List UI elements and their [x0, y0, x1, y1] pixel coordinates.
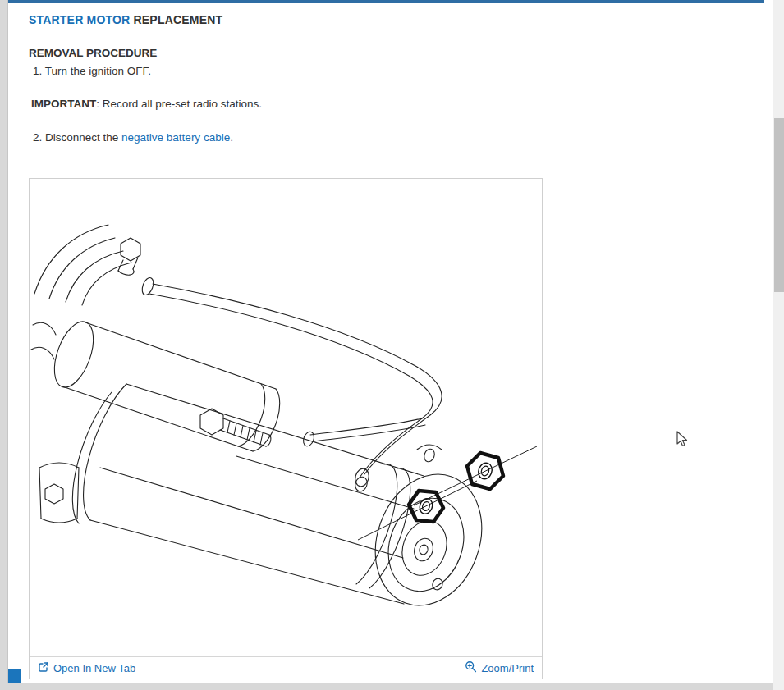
page-title-highlight: STARTER MOTOR: [29, 13, 130, 26]
important-text: : Record all pre-set radio stations.: [96, 98, 262, 110]
open-in-new-tab-label: Open In New Tab: [53, 662, 135, 674]
left-margin-strip: [0, 0, 8, 690]
open-in-new-tab-link[interactable]: Open In New Tab: [38, 661, 135, 675]
mouse-cursor: [676, 431, 690, 450]
figure-panel: Open In New Tab Zoom/Print: [29, 178, 543, 679]
page-title: STARTER MOTOR REPLACEMENT: [29, 13, 222, 26]
step-2-prefix: 2. Disconnect the: [33, 131, 121, 144]
negative-battery-cable-link[interactable]: negative battery cable.: [121, 131, 233, 144]
important-note: IMPORTANT: Record all pre-set radio stat…: [31, 98, 262, 110]
partial-blue-corner: [8, 669, 21, 683]
article-page: STARTER MOTOR REPLACEMENT REMOVAL PROCED…: [0, 0, 784, 690]
scrollbar-thumb[interactable]: [774, 118, 784, 292]
bottom-margin-strip: [0, 683, 784, 690]
page-title-rest: REPLACEMENT: [130, 13, 222, 26]
important-label: IMPORTANT: [31, 98, 96, 110]
step-2-text: 2. Disconnect the negative battery cable…: [33, 131, 233, 144]
step-1-text: 1. Turn the ignition OFF.: [33, 65, 151, 77]
zoom-print-link[interactable]: Zoom/Print: [465, 660, 534, 675]
starter-motor-illustration: [30, 179, 542, 656]
zoom-print-label: Zoom/Print: [481, 662, 534, 674]
zoom-icon: [465, 660, 477, 675]
top-accent-bar: [8, 0, 764, 3]
external-link-icon: [38, 661, 49, 675]
section-heading: REMOVAL PROCEDURE: [29, 47, 157, 59]
vertical-scrollbar[interactable]: [773, 0, 784, 690]
figure-footer: Open In New Tab Zoom/Print: [30, 656, 542, 679]
